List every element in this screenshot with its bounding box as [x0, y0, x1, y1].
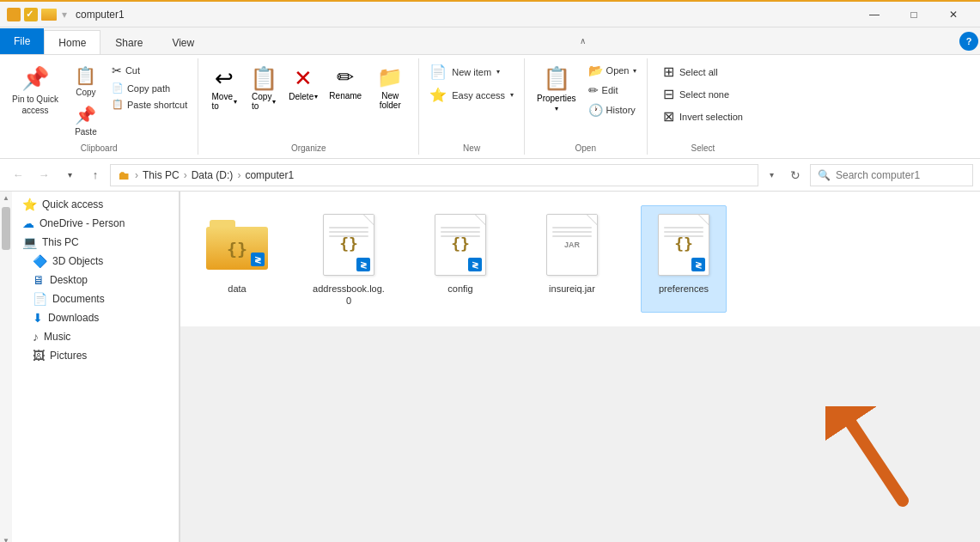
- file-item-data[interactable]: {} ≷ data: [194, 205, 280, 313]
- properties-label: Properties▾: [537, 94, 576, 113]
- sidebar-quick-access-label: Quick access: [42, 198, 103, 210]
- address-folder-icon: 🖿: [118, 168, 130, 182]
- rename-button[interactable]: ✏ Rename: [324, 62, 367, 104]
- properties-icon: 📋: [543, 65, 570, 92]
- file-item-insureiq[interactable]: JAR insureiq.jar: [529, 205, 615, 313]
- back-button[interactable]: ←: [7, 164, 29, 186]
- addressbook-vscode-badge: ≷: [356, 258, 370, 271]
- history-button[interactable]: 🕐 History: [585, 101, 640, 119]
- paste-button[interactable]: 📌 Paste: [67, 101, 105, 140]
- easy-access-button[interactable]: ⭐ Easy access ▾: [426, 85, 517, 105]
- tab-view[interactable]: View: [157, 30, 209, 54]
- config-doc-icon: {} ≷: [435, 214, 486, 276]
- ribbon-tabs-row: File Home Share View ∧ ?: [0, 27, 980, 55]
- properties-button[interactable]: 📋 Properties▾: [532, 62, 581, 116]
- sidebar-item-pictures[interactable]: 🖼 Pictures: [12, 346, 179, 365]
- scroll-down-button[interactable]: ▼: [0, 534, 12, 542]
- minimize-button[interactable]: —: [855, 1, 894, 28]
- documents-icon: 📄: [33, 292, 47, 306]
- data-folder-icon-wrapper: {} ≷: [203, 210, 271, 279]
- sidebar-item-downloads[interactable]: ⬇ Downloads: [12, 308, 179, 327]
- invert-selection-button[interactable]: ⊠ Invert selection: [660, 107, 746, 126]
- delete-icon: ✕: [294, 65, 313, 92]
- select-none-label: Select none: [679, 89, 729, 100]
- folder-vscode-badge: ≷: [251, 253, 265, 266]
- invert-icon: ⊠: [663, 108, 674, 125]
- folder-json-braces: {}: [227, 239, 247, 259]
- edit-button[interactable]: ✏ Edit: [585, 82, 640, 99]
- sidebar-item-this-pc[interactable]: 💻 This PC: [12, 233, 179, 252]
- delete-button[interactable]: ✕ Delete ▾: [284, 62, 322, 105]
- path-part-datad[interactable]: Data (D:): [192, 169, 234, 181]
- delete-label: Delete: [289, 92, 313, 101]
- sidebar-onedrive-label: OneDrive - Person: [40, 217, 125, 229]
- sidebar-this-pc-label: This PC: [42, 236, 79, 248]
- select-all-button[interactable]: ⊞ Select all: [660, 62, 721, 82]
- pin-label: Pin to Quickaccess: [12, 94, 58, 116]
- addressbook-json-braces: {}: [339, 234, 358, 253]
- file-item-preferences[interactable]: {} ≷ preferences: [641, 205, 727, 313]
- new-folder-button[interactable]: 📁 Newfolder: [368, 62, 411, 113]
- file-area: {} ≷ data: [180, 192, 980, 326]
- select-group: ⊞ Select all ⊟ Select none ⊠ Invert sele…: [648, 58, 759, 155]
- close-button[interactable]: ✕: [934, 1, 973, 28]
- ribbon: 📌 Pin to Quickaccess 📋 Copy 📌 Paste ✂ Cu…: [0, 55, 980, 159]
- copy-path-label: Copy path: [127, 83, 170, 94]
- search-icon: 🔍: [818, 169, 831, 181]
- insureiq-icon-wrapper: JAR: [538, 210, 606, 279]
- scroll-thumb[interactable]: [2, 207, 10, 250]
- file-item-config[interactable]: {} ≷ config: [417, 205, 503, 313]
- address-path[interactable]: 🖿 › This PC › Data (D:) › computer1: [110, 164, 758, 186]
- copy-to-button[interactable]: 📋 Copyto ▾: [245, 62, 283, 114]
- open-button[interactable]: 📂 Open ▾: [585, 62, 640, 79]
- maximize-button[interactable]: □: [894, 1, 934, 28]
- path-part-thispc[interactable]: This PC: [143, 169, 180, 181]
- new-item-button[interactable]: 📄 New item ▾: [426, 62, 503, 82]
- tab-share[interactable]: Share: [100, 30, 157, 54]
- sidebar-item-3d-objects[interactable]: 🔷 3D Objects: [12, 252, 179, 271]
- new-label: New: [463, 142, 480, 153]
- ribbon-collapse-button[interactable]: ∧: [571, 32, 593, 51]
- cut-button[interactable]: ✂ Cut: [108, 62, 191, 79]
- sidebar-item-desktop[interactable]: 🖥 Desktop: [12, 271, 179, 289]
- cut-icon: ✂: [112, 64, 122, 77]
- recent-locations-button[interactable]: ▾: [58, 164, 81, 186]
- sidebar-item-onedrive[interactable]: ☁ OneDrive - Person: [12, 214, 179, 233]
- sidebar-container: ▲ ▼ ⭐ Quick access ☁ OneDrive - Person 💻…: [0, 192, 180, 542]
- file-item-addressbook[interactable]: {} ≷ addressbook.log.0: [306, 205, 392, 313]
- onedrive-icon: ☁: [22, 216, 34, 230]
- tab-file[interactable]: File: [0, 28, 44, 54]
- copy-button[interactable]: 📋 Copy: [67, 62, 105, 100]
- 3d-objects-icon: 🔷: [33, 254, 47, 268]
- copy-path-icon: 📄: [112, 82, 124, 94]
- invert-selection-label: Invert selection: [679, 112, 743, 122]
- address-dropdown-button[interactable]: ▾: [762, 164, 781, 186]
- config-icon-wrapper: {} ≷: [426, 210, 495, 279]
- preferences-label: preferences: [659, 283, 709, 295]
- organize-label: Organize: [291, 142, 326, 153]
- tab-home[interactable]: Home: [44, 30, 100, 54]
- edit-icon: ✏: [588, 83, 599, 97]
- edit-label: Edit: [602, 85, 618, 95]
- pin-to-quick-access-button[interactable]: 📌 Pin to Quickaccess: [7, 62, 64, 119]
- select-none-button[interactable]: ⊟ Select none: [660, 84, 733, 104]
- help-button[interactable]: ?: [959, 32, 978, 51]
- forward-button[interactable]: →: [33, 164, 55, 186]
- pin-icon: 📌: [21, 65, 49, 92]
- refresh-button[interactable]: ↻: [784, 164, 807, 186]
- up-button[interactable]: ↑: [84, 164, 107, 186]
- sidebar-item-quick-access[interactable]: ⭐ Quick access: [12, 195, 179, 214]
- scroll-up-button[interactable]: ▲: [0, 192, 12, 204]
- sidebar-3d-objects-label: 3D Objects: [52, 255, 103, 267]
- path-separator-1: ›: [135, 169, 138, 181]
- search-input[interactable]: [836, 169, 965, 181]
- addressbook-label: addressbook.log.0: [313, 283, 385, 308]
- search-box[interactable]: 🔍: [810, 164, 973, 186]
- path-part-computer1[interactable]: computer1: [245, 169, 294, 181]
- copy-path-button[interactable]: 📄 Copy path: [108, 81, 191, 95]
- sidebar-item-documents[interactable]: 📄 Documents: [12, 289, 179, 308]
- folder-data-icon: {} ≷: [206, 220, 268, 270]
- move-to-button[interactable]: ↩ Moveto ▾: [205, 62, 243, 114]
- paste-shortcut-button[interactable]: 📋 Paste shortcut: [108, 97, 191, 112]
- sidebar-item-music[interactable]: ♪ Music: [12, 327, 179, 346]
